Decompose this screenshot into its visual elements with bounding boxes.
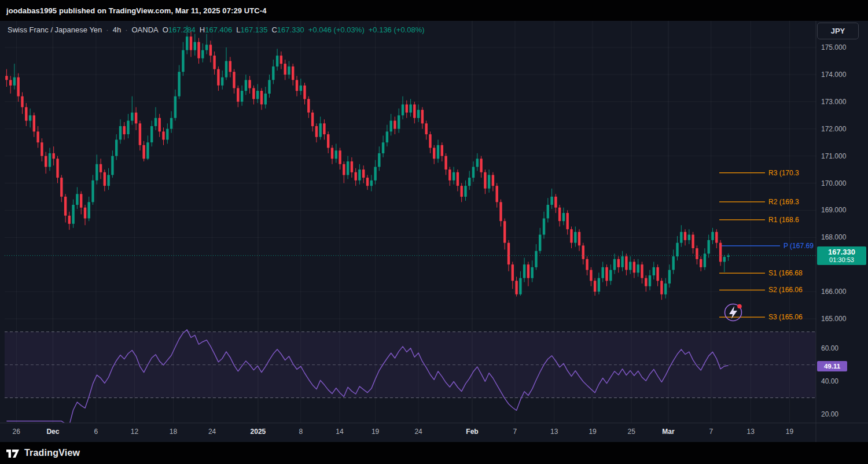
chart-canvas[interactable]: R3 (170.3R2 (169.3R1 (168.6P (167.69S1 (… xyxy=(0,21,868,442)
svg-text:19: 19 xyxy=(589,428,597,436)
publish-attribution-bar: joodabas1995 published on TradingView.co… xyxy=(0,0,868,21)
svg-text:173.000: 173.000 xyxy=(821,98,847,106)
svg-text:Feb: Feb xyxy=(466,428,478,436)
svg-text:40.00: 40.00 xyxy=(821,377,838,385)
rsi-band xyxy=(5,332,816,398)
svg-text:13: 13 xyxy=(550,428,558,436)
current-price-badge: 167.330 01:30:53 xyxy=(817,246,866,265)
attribution-text: joodabas1995 published on TradingView.co… xyxy=(6,6,267,15)
svg-text:R1 (168.6: R1 (168.6 xyxy=(768,216,799,224)
svg-text:20.00: 20.00 xyxy=(821,410,838,418)
candlestick-series xyxy=(5,26,730,300)
svg-text:25: 25 xyxy=(628,428,636,436)
svg-text:12: 12 xyxy=(131,428,139,436)
svg-text:P (167.69: P (167.69 xyxy=(784,242,814,250)
svg-text:Mar: Mar xyxy=(662,428,675,436)
svg-text:13: 13 xyxy=(747,428,755,436)
svg-text:170.000: 170.000 xyxy=(821,179,847,187)
chart-plot[interactable]: R3 (170.3R2 (169.3R1 (168.6P (167.69S1 (… xyxy=(0,21,868,442)
svg-text:26: 26 xyxy=(13,428,21,436)
currency-toggle-button[interactable]: JPY xyxy=(817,23,859,39)
svg-text:Dec: Dec xyxy=(46,428,59,436)
svg-text:169.000: 169.000 xyxy=(821,206,847,214)
svg-text:19: 19 xyxy=(786,428,794,436)
svg-text:2025: 2025 xyxy=(251,428,266,436)
time-axis-labels[interactable]: 26Dec612182420258141924Feb7131925Mar7131… xyxy=(13,428,794,436)
svg-text:60.00: 60.00 xyxy=(821,344,838,352)
events-lightning-icon[interactable] xyxy=(722,301,744,323)
svg-text:175.000: 175.000 xyxy=(821,43,847,51)
footer-bar: TradingView xyxy=(0,442,868,464)
svg-text:174.000: 174.000 xyxy=(821,71,847,79)
svg-text:R2 (169.3: R2 (169.3 xyxy=(768,198,799,206)
svg-text:R3 (170.3: R3 (170.3 xyxy=(768,169,799,177)
tradingview-logo-icon[interactable] xyxy=(6,447,20,459)
svg-text:171.000: 171.000 xyxy=(821,152,847,160)
svg-text:S2 (166.06: S2 (166.06 xyxy=(768,286,803,294)
svg-text:24: 24 xyxy=(414,428,422,436)
svg-text:165.000: 165.000 xyxy=(821,315,847,323)
tradingview-brand[interactable]: TradingView xyxy=(24,448,80,458)
svg-text:19: 19 xyxy=(372,428,380,436)
svg-text:172.000: 172.000 xyxy=(821,125,847,133)
svg-text:8: 8 xyxy=(299,428,303,436)
svg-text:6: 6 xyxy=(94,428,98,436)
svg-text:7: 7 xyxy=(513,428,517,436)
svg-text:166.000: 166.000 xyxy=(821,288,847,296)
current-price-value: 167.330 xyxy=(817,248,866,256)
svg-text:18: 18 xyxy=(170,428,178,436)
svg-text:S3 (165.06: S3 (165.06 xyxy=(768,313,803,321)
svg-text:14: 14 xyxy=(336,428,344,436)
svg-text:168.000: 168.000 xyxy=(821,233,847,241)
pivot-lines[interactable]: R3 (170.3R2 (169.3R1 (168.6P (167.69S1 (… xyxy=(719,169,814,322)
svg-text:24: 24 xyxy=(208,428,216,436)
bar-countdown: 01:30:53 xyxy=(817,256,866,264)
svg-text:S1 (166.68: S1 (166.68 xyxy=(768,269,803,277)
svg-text:7: 7 xyxy=(709,428,713,436)
rsi-value-badge: 49.11 xyxy=(817,361,847,371)
